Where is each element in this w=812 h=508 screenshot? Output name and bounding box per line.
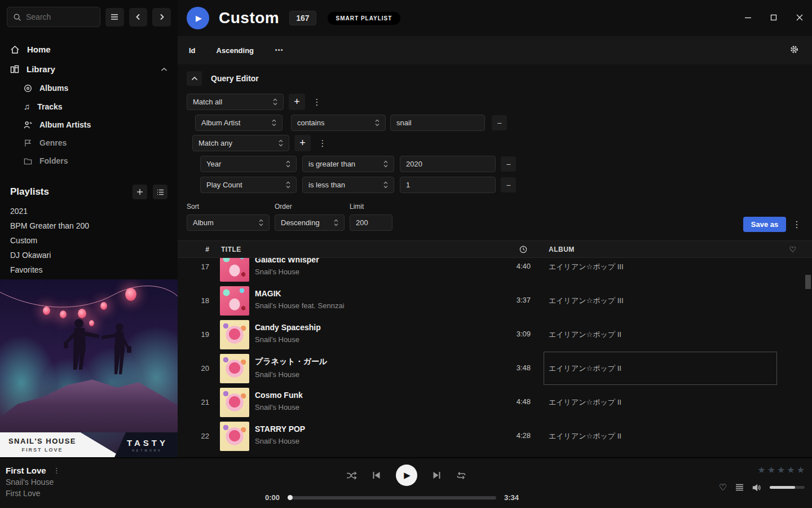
group-match-select[interactable]: Match any [192, 135, 289, 151]
star-icon[interactable]: ★ [777, 465, 785, 475]
playlist-item[interactable]: Favorites [0, 262, 178, 277]
table-row[interactable]: 21 Cosmo Funk Snail's House 4:48 エイリアン☆ポ… [178, 386, 812, 419]
remove-rule-button[interactable]: − [501, 156, 516, 172]
now-playing-artist[interactable]: Snail's House [6, 478, 60, 487]
star-icon[interactable]: ★ [787, 465, 795, 475]
sidebar-item-album-artists[interactable]: Album Artists [0, 116, 178, 134]
sidebar-item-genres[interactable]: Genres [0, 134, 178, 152]
gear-icon[interactable] [789, 45, 799, 54]
rule-field-select[interactable]: Year [200, 156, 297, 172]
track-artist[interactable]: Snail's House feat. Sennzai [255, 301, 345, 310]
rule-operator-select[interactable]: contains [291, 115, 386, 131]
remove-rule-button[interactable]: − [492, 115, 507, 130]
rule-value-input[interactable] [400, 156, 496, 172]
now-playing-title[interactable]: First Love [6, 466, 46, 475]
clock-icon[interactable] [519, 246, 527, 253]
track-title[interactable]: Galactic Whisper [255, 258, 319, 264]
add-rule-button[interactable]: + [294, 135, 311, 151]
sort-select[interactable]: Album [187, 214, 270, 231]
track-title[interactable]: MAGIK [255, 289, 345, 298]
track-album[interactable]: エイリアン☆ポップ III [549, 296, 774, 306]
column-header-title[interactable]: TITLE [221, 246, 241, 253]
rule-operator-select[interactable]: is less than [302, 177, 394, 193]
limit-input[interactable] [350, 214, 392, 231]
track-album[interactable]: エイリアン☆ポップ II [549, 397, 774, 408]
search-input[interactable] [26, 12, 88, 21]
table-row[interactable]: 18 MAGIK Snail's House feat. Sennzai 3:3… [178, 284, 812, 318]
track-album[interactable]: エイリアン☆ポップ II [549, 330, 774, 340]
play-pause-button[interactable]: ▶ [396, 465, 417, 486]
scrollbar-thumb[interactable] [805, 275, 811, 289]
playlist-item[interactable]: DJ Okawari [0, 248, 178, 262]
add-playlist-button[interactable] [133, 185, 147, 199]
now-playing-album[interactable]: First Love [6, 489, 60, 498]
sidebar-item-tracks[interactable]: ♫ Tracks [0, 97, 178, 116]
now-playing-cover-art[interactable]: SNAIL'S HOUSE FIRST LOVE TASTY NETWORK [0, 279, 178, 457]
rule-value-input[interactable] [390, 115, 485, 131]
rule-operator-select[interactable]: is greater than [302, 156, 394, 172]
maximize-button[interactable] [769, 13, 778, 22]
track-title[interactable]: STARRY POP [255, 424, 305, 433]
table-row[interactable]: 20 プラネット・ガール Snail's House 3:48 エイリアン☆ポッ… [178, 352, 812, 386]
track-album[interactable]: エイリアン☆ポップ III [549, 262, 774, 272]
table-row[interactable]: 22 STARRY POP Snail's House 4:28 エイリアン☆ポ… [178, 419, 812, 453]
heart-icon[interactable]: ♡ [789, 245, 796, 254]
now-playing-options-icon[interactable]: ⋮ [53, 466, 60, 475]
nav-back-button[interactable] [129, 8, 148, 27]
rule-field-select[interactable]: Album Artist [195, 115, 283, 131]
menu-button[interactable] [105, 8, 124, 27]
column-header-index[interactable]: # [178, 246, 209, 253]
track-artist[interactable]: Snail's House [255, 268, 319, 276]
sort-field-button[interactable]: Id [189, 46, 196, 55]
table-row[interactable]: 19 Candy Spaceship Snail's House 3:09 エイ… [178, 318, 812, 352]
rule-value-input[interactable] [400, 177, 496, 193]
track-artist[interactable]: Snail's House [255, 403, 303, 411]
add-rule-button[interactable]: + [289, 94, 305, 110]
nav-forward-button[interactable] [152, 8, 171, 27]
track-title[interactable]: Candy Spaceship [255, 323, 321, 332]
star-icon[interactable]: ★ [767, 465, 775, 475]
minimize-button[interactable] [743, 13, 752, 22]
chevron-up-icon[interactable] [161, 67, 167, 72]
seek-bar[interactable] [288, 496, 496, 500]
collapse-query-button[interactable] [187, 71, 202, 86]
playlist-item[interactable]: Custom [0, 233, 178, 248]
star-icon[interactable]: ★ [757, 465, 765, 475]
track-artist[interactable]: Snail's House [255, 335, 321, 344]
track-title[interactable]: Cosmo Funk [255, 391, 303, 400]
sort-direction-button[interactable]: Ascending [217, 46, 254, 55]
repeat-icon[interactable] [456, 471, 466, 480]
sidebar-item-home[interactable]: Home [0, 40, 178, 59]
volume-icon[interactable] [752, 484, 761, 492]
remove-rule-button[interactable]: − [501, 177, 516, 192]
track-album[interactable]: エイリアン☆ポップ II [549, 364, 774, 374]
previous-icon[interactable] [372, 471, 381, 479]
play-playlist-button[interactable]: ▶ [187, 7, 209, 29]
favorite-heart-icon[interactable]: ♡ [719, 482, 727, 493]
group-options-icon[interactable]: ⋮ [317, 136, 328, 151]
save-options-icon[interactable]: ⋮ [792, 217, 802, 232]
order-select[interactable]: Descending [275, 214, 345, 231]
track-artist[interactable]: Snail's House [255, 437, 305, 445]
playlist-list-button[interactable] [153, 185, 167, 199]
track-album[interactable]: エイリアン☆ポップ II [549, 431, 774, 441]
search-box[interactable] [7, 7, 100, 27]
star-icon[interactable]: ★ [797, 465, 805, 475]
next-icon[interactable] [433, 471, 441, 479]
queue-icon[interactable] [735, 484, 744, 491]
seek-knob[interactable] [288, 495, 293, 500]
volume-slider[interactable] [770, 486, 805, 489]
sidebar-item-library[interactable]: Library [0, 59, 178, 79]
table-row[interactable]: 17 Galactic Whisper Snail's House 4:40 エ… [178, 258, 812, 284]
sidebar-item-albums[interactable]: Albums [0, 79, 178, 97]
shuffle-icon[interactable] [346, 471, 357, 480]
save-as-button[interactable]: Save as [743, 217, 786, 232]
sidebar-item-folders[interactable]: Folders [0, 152, 178, 170]
root-match-select[interactable]: Match all [187, 94, 284, 110]
playlist-item[interactable]: BPM Greater than 200 [0, 218, 178, 233]
track-artist[interactable]: Snail's House [255, 370, 327, 379]
column-header-album[interactable]: ALBUM [549, 246, 575, 253]
rule-field-select[interactable]: Play Count [200, 177, 297, 193]
more-options-icon[interactable]: ⋯ [275, 45, 284, 55]
close-button[interactable] [795, 13, 804, 22]
